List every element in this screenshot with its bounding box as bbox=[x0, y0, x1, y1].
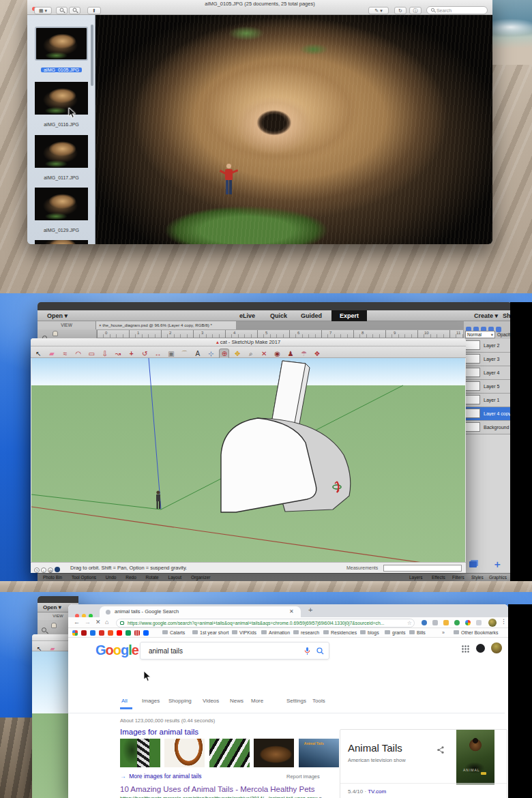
layer-row[interactable]: Layer 4 bbox=[464, 366, 512, 380]
share-button-partial[interactable]: Sh bbox=[503, 312, 511, 319]
sidebar-scrollbar[interactable] bbox=[91, 25, 93, 86]
bookmark-favicon-youtube[interactable] bbox=[117, 630, 122, 636]
share-button[interactable]: ⬆ bbox=[87, 7, 101, 14]
zoom-out-button[interactable] bbox=[56, 7, 68, 14]
bookmark-favicon[interactable] bbox=[108, 630, 113, 636]
styles-icon[interactable] bbox=[469, 561, 477, 567]
create-button[interactable]: Create ▾ bbox=[474, 312, 498, 319]
layer-row-selected[interactable]: Layer 4 copy bbox=[464, 407, 512, 421]
forward-icon[interactable]: → bbox=[85, 619, 91, 625]
bookmark-folder[interactable]: VIPKids bbox=[232, 630, 256, 635]
bookmark-folder[interactable]: Calarts bbox=[162, 630, 185, 635]
rating-source-link[interactable]: TV.com bbox=[368, 788, 386, 795]
notifications-icon[interactable] bbox=[476, 644, 485, 653]
extension-icon[interactable] bbox=[454, 620, 460, 625]
bookmark-folder[interactable]: 1st year short bbox=[192, 630, 228, 635]
nav-tab-images[interactable]: Images bbox=[142, 698, 160, 704]
bookmark-star-icon[interactable]: ☆ bbox=[407, 619, 412, 627]
bookmark-favicon[interactable] bbox=[72, 630, 78, 636]
hand-tool-icon[interactable] bbox=[53, 331, 58, 336]
thumbnail-item[interactable]: aIMG_0117.JPG bbox=[33, 135, 90, 182]
stop-reload-icon[interactable]: ✕ bbox=[95, 619, 101, 625]
layout-button[interactable]: Layout bbox=[168, 575, 182, 580]
graphics-plus-icon[interactable]: ＋ bbox=[492, 559, 502, 571]
extension-icon[interactable] bbox=[465, 620, 471, 625]
sidebar-view-button[interactable]: ▦ ▾ bbox=[34, 7, 52, 14]
thumbnail-image-partial[interactable] bbox=[35, 240, 88, 244]
thumbnail-image[interactable] bbox=[35, 27, 88, 61]
info-button[interactable]: ⓘ bbox=[409, 7, 422, 14]
redo-button[interactable]: Redo bbox=[125, 575, 136, 580]
tab-close-icon[interactable]: ✕ bbox=[289, 606, 294, 617]
more-images-link[interactable]: → More images for animal tails bbox=[120, 773, 202, 780]
geo-icon[interactable]: ◍ bbox=[48, 567, 53, 573]
search-box[interactable]: animal tails bbox=[140, 642, 329, 660]
undo-button[interactable]: Undo bbox=[106, 575, 117, 580]
nav-tab-news[interactable]: News bbox=[230, 698, 243, 704]
layer-row[interactable]: Layer 3 bbox=[464, 353, 512, 366]
profile-avatar[interactable] bbox=[488, 619, 497, 627]
bookmark-favicon[interactable] bbox=[90, 630, 95, 636]
bookmarks-overflow-chevron[interactable]: » bbox=[442, 630, 445, 635]
extension-icon[interactable] bbox=[432, 620, 438, 625]
layer-row[interactable]: Layer 1 bbox=[464, 394, 512, 407]
images-heading[interactable]: Images for animal tails bbox=[120, 728, 198, 736]
report-images-link[interactable]: Report images bbox=[286, 773, 320, 780]
apps-grid-icon[interactable] bbox=[462, 645, 469, 653]
tab-expert-active[interactable]: Expert bbox=[331, 310, 367, 321]
knowledge-panel-image[interactable]: ANIMAL bbox=[456, 730, 494, 784]
bookmark-favicon[interactable] bbox=[99, 630, 104, 636]
nav-tab-shopping[interactable]: Shopping bbox=[168, 698, 192, 704]
info-icon[interactable]: i bbox=[41, 567, 46, 573]
nav-settings[interactable]: Settings bbox=[286, 698, 306, 704]
bookmark-favicon[interactable] bbox=[134, 630, 140, 636]
image-result-thumbnail-cover[interactable]: Animal Tails bbox=[299, 739, 339, 767]
zoom-in-button[interactable] bbox=[69, 7, 80, 14]
thumbnail-image[interactable] bbox=[35, 82, 88, 115]
bookmark-folder[interactable]: Residencies bbox=[323, 630, 357, 635]
menu-dots-icon[interactable]: ⋮ bbox=[501, 618, 507, 625]
open-button[interactable]: Open ▾ bbox=[47, 312, 68, 319]
thumbnail-label-selected[interactable]: aIMG_0105.JPG bbox=[41, 68, 82, 72]
browser-tab-active[interactable]: animal tails - Google Search ✕ bbox=[100, 606, 301, 617]
search-field[interactable]: Search bbox=[426, 6, 488, 14]
extension-icon[interactable] bbox=[422, 620, 427, 625]
back-icon[interactable]: ← bbox=[74, 619, 80, 625]
search-query[interactable]: animal tails bbox=[149, 647, 183, 655]
tab-quick[interactable]: Quick bbox=[270, 312, 287, 319]
nav-tab-videos[interactable]: Videos bbox=[203, 698, 219, 704]
organizer-button[interactable]: Organizer bbox=[191, 575, 211, 580]
layer-row-background[interactable]: Background bbox=[464, 421, 512, 434]
markup-button[interactable]: ✎ ▾ bbox=[368, 7, 389, 14]
bookmark-favicon[interactable] bbox=[81, 630, 87, 636]
nav-tab-all[interactable]: All bbox=[121, 698, 128, 704]
thumbnail-label[interactable]: aIMG_0129.JPG bbox=[44, 228, 79, 233]
other-bookmarks-folder[interactable]: Other Bookmarks bbox=[454, 630, 498, 635]
document-tab[interactable]: × the_house_diagram.psd @ 96.6% (Layer 4… bbox=[96, 321, 236, 329]
zoom-tool-icon[interactable] bbox=[42, 627, 46, 632]
bookmark-favicon-dropbox[interactable] bbox=[143, 630, 149, 636]
rotate-button[interactable]: ↻ bbox=[394, 7, 407, 14]
bookmark-folder[interactable]: blogs bbox=[360, 630, 379, 635]
layer-row[interactable]: Layer 5 bbox=[464, 380, 512, 394]
help-icon[interactable]: ? bbox=[34, 567, 40, 573]
image-result-thumbnail[interactable] bbox=[254, 739, 294, 767]
thumbnail-label[interactable]: aIMG_0116.JPG bbox=[44, 122, 79, 127]
blend-mode-select[interactable]: Normal ▾ bbox=[465, 331, 495, 338]
thumbnail-item[interactable]: aIMG_0129.JPG bbox=[33, 188, 90, 235]
thumbnail-image[interactable] bbox=[35, 135, 88, 168]
account-avatar[interactable] bbox=[491, 642, 502, 653]
image-result-thumbnail[interactable] bbox=[120, 739, 160, 767]
bookmark-folder[interactable]: grants bbox=[385, 630, 405, 635]
share-icon[interactable] bbox=[437, 746, 444, 754]
home-icon[interactable]: ⌂ bbox=[105, 619, 108, 625]
measurements-input[interactable] bbox=[383, 565, 462, 572]
rotate-button[interactable]: Rotate bbox=[146, 575, 159, 580]
image-result-thumbnail[interactable] bbox=[164, 739, 205, 767]
tab-elive[interactable]: eLive bbox=[239, 312, 255, 319]
layer-lock-icon[interactable] bbox=[496, 327, 501, 332]
sketchup-viewport[interactable] bbox=[31, 358, 465, 562]
tool-options-button[interactable]: Tool Options bbox=[72, 575, 96, 580]
nav-tools[interactable]: Tools bbox=[312, 698, 325, 704]
thumbnail-label[interactable]: aIMG_0117.JPG bbox=[44, 175, 79, 180]
